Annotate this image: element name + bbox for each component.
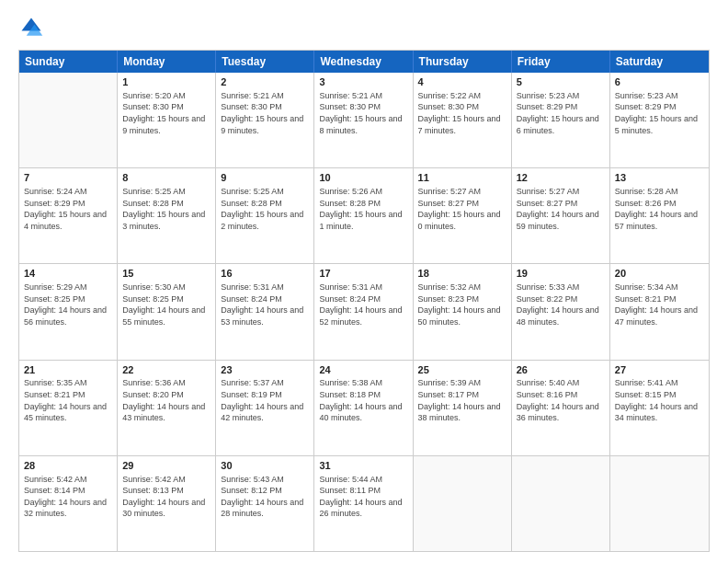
day-number: 7 — [24, 171, 112, 185]
cal-cell: 22Sunrise: 5:36 AMSunset: 8:20 PMDayligh… — [118, 361, 216, 455]
cal-cell: 28Sunrise: 5:42 AMSunset: 8:14 PMDayligh… — [19, 456, 118, 551]
day-number: 22 — [122, 363, 210, 377]
logo — [18, 15, 48, 40]
header-cell-friday: Friday — [512, 51, 610, 73]
cal-week-5: 28Sunrise: 5:42 AMSunset: 8:14 PMDayligh… — [19, 456, 709, 551]
cal-week-1: 1Sunrise: 5:20 AMSunset: 8:30 PMDaylight… — [19, 73, 709, 168]
day-info: Sunrise: 5:38 AMSunset: 8:18 PMDaylight:… — [319, 377, 407, 423]
day-info: Sunrise: 5:23 AMSunset: 8:29 PMDaylight:… — [615, 90, 704, 136]
day-info: Sunrise: 5:25 AMSunset: 8:28 PMDaylight:… — [122, 186, 210, 232]
day-number: 26 — [517, 363, 605, 377]
day-info: Sunrise: 5:22 AMSunset: 8:30 PMDaylight:… — [418, 90, 506, 136]
cal-cell: 13Sunrise: 5:28 AMSunset: 8:26 PMDayligh… — [610, 168, 709, 263]
header — [18, 15, 710, 40]
day-number: 5 — [517, 75, 605, 89]
day-number: 31 — [319, 459, 407, 473]
day-info: Sunrise: 5:40 AMSunset: 8:16 PMDaylight:… — [517, 377, 605, 423]
cal-week-2: 7Sunrise: 5:24 AMSunset: 8:29 PMDaylight… — [19, 168, 709, 264]
day-info: Sunrise: 5:37 AMSunset: 8:19 PMDaylight:… — [221, 377, 309, 423]
header-cell-wednesday: Wednesday — [314, 51, 413, 73]
header-cell-saturday: Saturday — [610, 51, 709, 73]
day-number: 25 — [418, 363, 506, 377]
day-info: Sunrise: 5:24 AMSunset: 8:29 PMDaylight:… — [24, 186, 112, 232]
cal-cell: 6Sunrise: 5:23 AMSunset: 8:29 PMDaylight… — [610, 73, 709, 167]
day-info: Sunrise: 5:44 AMSunset: 8:11 PMDaylight:… — [319, 474, 407, 520]
cal-cell: 11Sunrise: 5:27 AMSunset: 8:27 PMDayligh… — [414, 168, 512, 263]
day-info: Sunrise: 5:30 AMSunset: 8:25 PMDaylight:… — [122, 282, 210, 327]
calendar-header: SundayMondayTuesdayWednesdayThursdayFrid… — [19, 51, 709, 73]
cal-cell — [414, 456, 512, 551]
day-number: 4 — [418, 75, 506, 89]
cal-cell: 15Sunrise: 5:30 AMSunset: 8:25 PMDayligh… — [118, 264, 216, 359]
day-number: 2 — [221, 75, 309, 89]
cal-cell: 2Sunrise: 5:21 AMSunset: 8:30 PMDaylight… — [216, 73, 314, 167]
day-number: 10 — [319, 171, 407, 185]
cal-cell — [19, 73, 118, 167]
day-number: 16 — [221, 267, 309, 281]
cal-cell: 19Sunrise: 5:33 AMSunset: 8:22 PMDayligh… — [512, 264, 610, 359]
day-info: Sunrise: 5:21 AMSunset: 8:30 PMDaylight:… — [221, 90, 309, 136]
page: SundayMondayTuesdayWednesdayThursdayFrid… — [0, 0, 728, 563]
cal-week-4: 21Sunrise: 5:35 AMSunset: 8:21 PMDayligh… — [19, 361, 709, 456]
day-number: 11 — [418, 171, 506, 185]
day-number: 12 — [517, 171, 605, 185]
cal-cell: 27Sunrise: 5:41 AMSunset: 8:15 PMDayligh… — [610, 361, 709, 455]
day-info: Sunrise: 5:34 AMSunset: 8:21 PMDaylight:… — [615, 282, 704, 327]
day-number: 8 — [122, 171, 210, 185]
day-info: Sunrise: 5:28 AMSunset: 8:26 PMDaylight:… — [615, 186, 704, 232]
day-number: 15 — [122, 267, 210, 281]
day-number: 3 — [319, 75, 407, 89]
day-info: Sunrise: 5:27 AMSunset: 8:27 PMDaylight:… — [517, 186, 605, 232]
day-number: 18 — [418, 267, 506, 281]
day-number: 29 — [122, 459, 210, 473]
cal-cell: 21Sunrise: 5:35 AMSunset: 8:21 PMDayligh… — [19, 361, 118, 455]
day-info: Sunrise: 5:39 AMSunset: 8:17 PMDaylight:… — [418, 377, 506, 423]
day-number: 23 — [221, 363, 309, 377]
cal-cell: 8Sunrise: 5:25 AMSunset: 8:28 PMDaylight… — [118, 168, 216, 263]
day-info: Sunrise: 5:33 AMSunset: 8:22 PMDaylight:… — [517, 282, 605, 327]
day-info: Sunrise: 5:42 AMSunset: 8:14 PMDaylight:… — [24, 474, 112, 520]
header-cell-thursday: Thursday — [414, 51, 512, 73]
cal-cell: 17Sunrise: 5:31 AMSunset: 8:24 PMDayligh… — [314, 264, 413, 359]
day-info: Sunrise: 5:27 AMSunset: 8:27 PMDaylight:… — [418, 186, 506, 232]
cal-cell: 26Sunrise: 5:40 AMSunset: 8:16 PMDayligh… — [512, 361, 610, 455]
calendar: SundayMondayTuesdayWednesdayThursdayFrid… — [18, 50, 710, 552]
day-info: Sunrise: 5:31 AMSunset: 8:24 PMDaylight:… — [319, 282, 407, 327]
cal-cell: 4Sunrise: 5:22 AMSunset: 8:30 PMDaylight… — [414, 73, 512, 167]
day-number: 9 — [221, 171, 309, 185]
day-info: Sunrise: 5:23 AMSunset: 8:29 PMDaylight:… — [517, 90, 605, 136]
day-info: Sunrise: 5:41 AMSunset: 8:15 PMDaylight:… — [615, 377, 704, 423]
cal-cell: 12Sunrise: 5:27 AMSunset: 8:27 PMDayligh… — [512, 168, 610, 263]
cal-cell: 30Sunrise: 5:43 AMSunset: 8:12 PMDayligh… — [216, 456, 314, 551]
cal-cell: 25Sunrise: 5:39 AMSunset: 8:17 PMDayligh… — [414, 361, 512, 455]
cal-cell: 20Sunrise: 5:34 AMSunset: 8:21 PMDayligh… — [610, 264, 709, 359]
cal-cell: 29Sunrise: 5:42 AMSunset: 8:13 PMDayligh… — [118, 456, 216, 551]
day-info: Sunrise: 5:20 AMSunset: 8:30 PMDaylight:… — [122, 90, 210, 136]
day-number: 28 — [24, 459, 112, 473]
day-info: Sunrise: 5:43 AMSunset: 8:12 PMDaylight:… — [221, 474, 309, 520]
cal-cell — [512, 456, 610, 551]
cal-cell: 16Sunrise: 5:31 AMSunset: 8:24 PMDayligh… — [216, 264, 314, 359]
cal-week-3: 14Sunrise: 5:29 AMSunset: 8:25 PMDayligh… — [19, 264, 709, 360]
header-cell-tuesday: Tuesday — [216, 51, 314, 73]
day-info: Sunrise: 5:29 AMSunset: 8:25 PMDaylight:… — [24, 282, 112, 327]
day-number: 19 — [517, 267, 605, 281]
day-number: 1 — [122, 75, 210, 89]
day-info: Sunrise: 5:26 AMSunset: 8:28 PMDaylight:… — [319, 186, 407, 232]
day-info: Sunrise: 5:32 AMSunset: 8:23 PMDaylight:… — [418, 282, 506, 327]
cal-cell: 9Sunrise: 5:25 AMSunset: 8:28 PMDaylight… — [216, 168, 314, 263]
day-number: 24 — [319, 363, 407, 377]
day-number: 21 — [24, 363, 112, 377]
cal-cell: 1Sunrise: 5:20 AMSunset: 8:30 PMDaylight… — [118, 73, 216, 167]
day-number: 20 — [615, 267, 704, 281]
day-info: Sunrise: 5:42 AMSunset: 8:13 PMDaylight:… — [122, 474, 210, 520]
calendar-body: 1Sunrise: 5:20 AMSunset: 8:30 PMDaylight… — [19, 73, 709, 551]
cal-cell: 31Sunrise: 5:44 AMSunset: 8:11 PMDayligh… — [314, 456, 413, 551]
cal-cell — [610, 456, 709, 551]
day-info: Sunrise: 5:36 AMSunset: 8:20 PMDaylight:… — [122, 377, 210, 423]
day-info: Sunrise: 5:35 AMSunset: 8:21 PMDaylight:… — [24, 377, 112, 423]
logo-icon — [18, 15, 44, 40]
cal-cell: 24Sunrise: 5:38 AMSunset: 8:18 PMDayligh… — [314, 361, 413, 455]
cal-cell: 10Sunrise: 5:26 AMSunset: 8:28 PMDayligh… — [314, 168, 413, 263]
day-info: Sunrise: 5:21 AMSunset: 8:30 PMDaylight:… — [319, 90, 407, 136]
